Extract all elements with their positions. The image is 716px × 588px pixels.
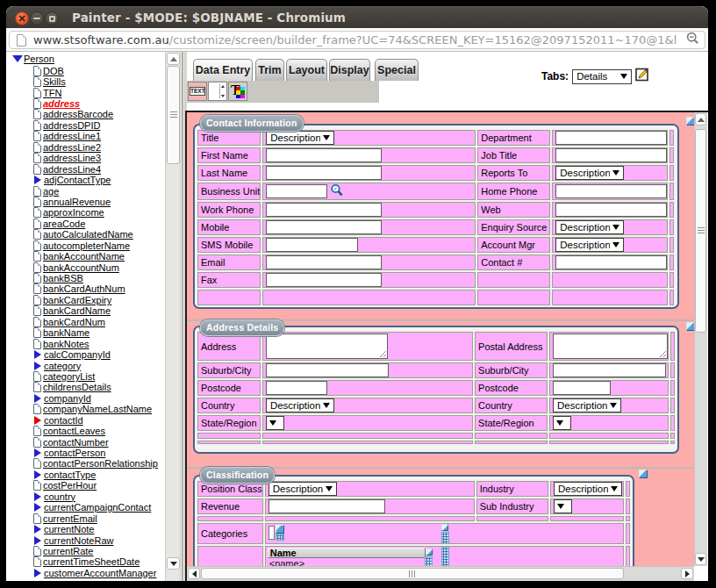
tree-item-label[interactable]: currentRate: [43, 546, 93, 556]
tree-item-annualRevenue[interactable]: annualRevenue: [6, 197, 165, 207]
tree-item-label[interactable]: Person: [24, 54, 54, 64]
tree-item-label[interactable]: TFN: [43, 88, 61, 98]
tree-item-label[interactable]: currentEmail: [43, 513, 97, 524]
minimize-button[interactable]: [30, 11, 44, 25]
tree-item-label[interactable]: bankNotes: [43, 339, 90, 349]
tree-item-label[interactable]: areaCode: [43, 219, 85, 229]
postcode-input[interactable]: [553, 381, 611, 395]
tree-item-autocompleterName[interactable]: autocompleterName: [6, 240, 165, 251]
tree-item-label[interactable]: bankCardName: [43, 305, 111, 316]
tree-item-childrensDetails[interactable]: childrensDetails: [6, 382, 165, 392]
canvas-scroll-down-button[interactable]: [695, 553, 706, 565]
tree-item-label[interactable]: customerAccountManager: [44, 568, 156, 578]
section-title-address-details[interactable]: Address Details: [200, 319, 284, 336]
grid-row-name[interactable]: <name>: [268, 558, 426, 566]
tree-item-currentNote[interactable]: currentNote: [6, 524, 165, 534]
tree-item-currentNoteRaw[interactable]: currentNoteRaw: [6, 534, 165, 545]
page-security-icon[interactable]: [17, 34, 26, 47]
close-button[interactable]: ✕: [15, 11, 29, 25]
fax-input[interactable]: [266, 273, 382, 287]
expand-icon[interactable]: [34, 448, 41, 457]
tree-item-label[interactable]: country: [44, 491, 75, 502]
canvas-vertical-scrollbar[interactable]: [694, 112, 707, 566]
tree-scroll-down-button[interactable]: [167, 557, 180, 570]
grid-header-name[interactable]: Name: [268, 548, 426, 558]
tree-item-addressBarcode[interactable]: addressBarcode: [6, 109, 165, 119]
tree-item-contactId[interactable]: contactId: [6, 415, 165, 426]
tree-item-contactPerson[interactable]: contactPerson: [6, 448, 165, 458]
work-phone-input[interactable]: [266, 203, 382, 217]
resize-icon[interactable]: [426, 549, 433, 556]
tree-item-DOB[interactable]: DOB: [6, 66, 165, 76]
contact-input[interactable]: [555, 255, 667, 269]
collapse-icon[interactable]: [12, 55, 23, 62]
section-title-classification[interactable]: Classification: [200, 467, 275, 484]
tree-item-bankBSB[interactable]: bankBSB: [6, 273, 165, 283]
country-select[interactable]: Description: [553, 398, 621, 412]
expand-icon[interactable]: [34, 350, 41, 359]
section-address-details[interactable]: Address Postal Address Suburb/City Subur…: [193, 326, 679, 454]
section-classification[interactable]: Position Class Description Industry Desc…: [193, 475, 634, 566]
revenue-input[interactable]: [268, 499, 385, 513]
address-bar[interactable]: www.stsoftware.com.au/customize/screen/b…: [9, 31, 705, 49]
tree-item-label[interactable]: contactId: [44, 415, 83, 426]
tree-item-label[interactable]: currentNote: [44, 524, 94, 534]
tree-item-label[interactable]: DOB: [43, 66, 64, 76]
tree-scrollbar-thumb[interactable]: [167, 66, 180, 164]
design-canvas[interactable]: Title Description Department First Name …: [187, 112, 694, 566]
sub-industry-select[interactable]: [554, 499, 572, 513]
tree-item-age[interactable]: age: [6, 185, 165, 196]
tree-item-label[interactable]: currentTimeSheetDate: [43, 556, 140, 567]
tree-item-label[interactable]: autocompleterName: [43, 240, 130, 251]
expand-icon[interactable]: [34, 394, 41, 403]
tree-item-currentCampaignContact[interactable]: currentCampaignContact: [6, 502, 165, 513]
lookup-icon[interactable]: [330, 183, 344, 199]
canvas-scroll-right-button[interactable]: [681, 568, 693, 579]
enquiry-source-select[interactable]: Description: [555, 220, 624, 234]
industry-select[interactable]: Description: [554, 482, 622, 496]
tree-item-label[interactable]: adjContactType: [44, 175, 111, 185]
tab-data-entry[interactable]: Data Entry: [193, 59, 253, 81]
tree-item-contactLeaves[interactable]: contactLeaves: [6, 426, 165, 436]
tree-item-label[interactable]: contactLeaves: [43, 426, 105, 436]
tree-item-label[interactable]: Skills: [43, 76, 66, 87]
tree-item-bankNotes[interactable]: bankNotes: [6, 338, 165, 348]
tree-item-category[interactable]: category: [6, 360, 165, 370]
canvas-vscrollbar-thumb[interactable]: [695, 129, 706, 333]
tree-item-label[interactable]: annualRevenue: [43, 197, 111, 207]
tree-item-addressLine2[interactable]: addressLine2: [6, 142, 165, 153]
tree-item-label[interactable]: bankName: [43, 327, 90, 338]
tree-item-contactNumber[interactable]: contactNumber: [6, 436, 165, 447]
tree-item-TFN[interactable]: TFN: [6, 87, 165, 97]
section-contact-information[interactable]: Title Description Department First Name …: [193, 124, 679, 309]
tree-item-label[interactable]: bankAccountNum: [43, 262, 119, 273]
tree-item-label[interactable]: addressBarcode: [43, 109, 113, 119]
canvas-horizontal-scrollbar[interactable]: [187, 566, 694, 581]
tree-item-companyNameLastName[interactable]: companyNameLastName: [6, 404, 165, 414]
position-class-select[interactable]: Description: [268, 482, 337, 496]
tree-scroll-up-button[interactable]: [167, 53, 180, 65]
tree-item-label[interactable]: category: [44, 361, 81, 371]
tree-item-label[interactable]: approxIncome: [43, 207, 104, 218]
tree-item-label[interactable]: address: [43, 98, 80, 109]
tree-item-label[interactable]: costPerHour: [43, 480, 97, 491]
tree-item-label[interactable]: contactNumber: [43, 437, 109, 448]
resize-icon[interactable]: [276, 525, 284, 534]
url-text[interactable]: www.stsoftware.com.au/customize/screen/b…: [33, 33, 681, 47]
expand-icon-red[interactable]: [34, 416, 41, 425]
tree-item-label[interactable]: autoCalculatedName: [43, 229, 133, 240]
tree-item-label[interactable]: bankCardAuthNum: [43, 283, 125, 294]
tree-item-label[interactable]: calcCompanyId: [44, 349, 111, 360]
tree-item-label[interactable]: currentCampaignContact: [44, 502, 151, 513]
account-mgr-select[interactable]: Description: [555, 238, 624, 252]
tree-item-label[interactable]: addressLine2: [43, 142, 101, 153]
country-select[interactable]: Description: [266, 398, 334, 412]
tree-item-label[interactable]: bankCardExpiry: [43, 295, 111, 305]
suburb-city-input[interactable]: [266, 363, 389, 377]
postcode-input[interactable]: [266, 381, 327, 395]
tree-item-country[interactable]: country: [6, 491, 165, 502]
tree-item-bankAccountName[interactable]: bankAccountName: [6, 251, 165, 262]
expand-icon[interactable]: [34, 536, 41, 545]
tree-item-label[interactable]: addressLine1: [43, 131, 101, 141]
tabs-select[interactable]: Details: [572, 69, 632, 84]
